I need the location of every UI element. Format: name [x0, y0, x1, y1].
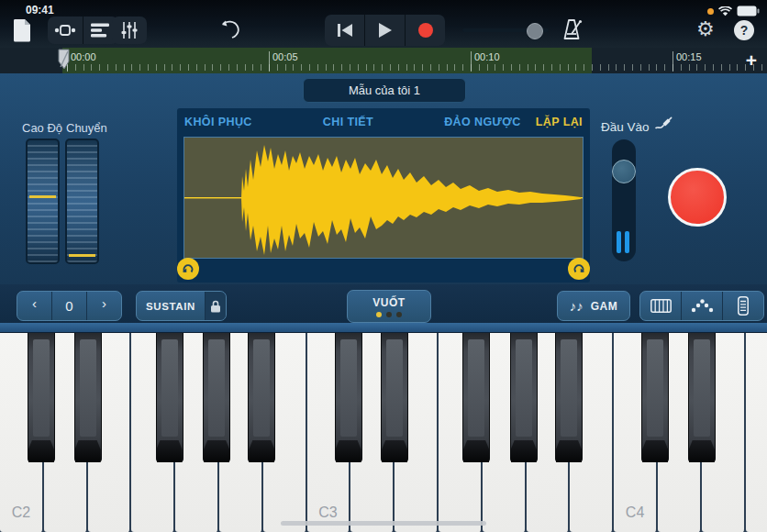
- master-volume-slider[interactable]: [462, 28, 549, 32]
- black-key-face: [208, 339, 225, 437]
- ruler-tick: [422, 64, 423, 71]
- ruler-tick: [729, 64, 730, 71]
- ruler-tick: [148, 64, 149, 71]
- pitch-wheel[interactable]: [26, 139, 60, 264]
- ruler-tick: [656, 64, 657, 71]
- lock-icon: [210, 300, 221, 313]
- ruler-time-label: 00:00: [71, 51, 96, 62]
- status-icons: [707, 6, 760, 17]
- undo-button[interactable]: [217, 20, 241, 40]
- timeline-ruler[interactable]: 00:0000:0500:1000:15 +: [0, 48, 767, 73]
- white-key[interactable]: [746, 333, 767, 532]
- black-key[interactable]: [335, 333, 362, 462]
- ruler-tick: [83, 64, 84, 71]
- ruler-tick: [575, 64, 576, 71]
- record-transport-button[interactable]: [406, 15, 445, 46]
- key-label: C3: [307, 504, 350, 521]
- garageband-sampler-screen: 09:41: [0, 0, 767, 532]
- keyboard-mode-button[interactable]: [640, 292, 681, 320]
- home-indicator[interactable]: [281, 521, 486, 526]
- piano-keyboard[interactable]: C2C3C4: [0, 333, 767, 532]
- octave-up-button[interactable]: ›: [87, 291, 121, 317]
- volume-slider-thumb[interactable]: [527, 23, 543, 39]
- ruler-tick: [479, 64, 480, 71]
- ruler-tick: [454, 64, 455, 71]
- input-level-knob[interactable]: [612, 160, 636, 183]
- ruler-tick: [237, 64, 238, 71]
- black-key[interactable]: [462, 333, 490, 462]
- scale-button[interactable]: ♪♪ GAM: [557, 291, 630, 321]
- add-section-button[interactable]: +: [739, 48, 763, 73]
- black-key[interactable]: [28, 333, 55, 462]
- ruler-tick: [721, 64, 722, 71]
- pitch-wheel-indicator: [29, 195, 56, 198]
- ruler-tick: [528, 64, 528, 71]
- ruler-tick: [99, 64, 100, 71]
- scale-strip-icon: [738, 296, 749, 316]
- mixer-button[interactable]: [112, 17, 147, 44]
- sample-record-button[interactable]: [668, 168, 727, 227]
- arpeggiator-button[interactable]: [682, 292, 722, 320]
- black-key[interactable]: [203, 333, 230, 462]
- tracks-view-icon: [91, 23, 111, 38]
- ruler-tick: [503, 64, 504, 71]
- black-key[interactable]: [381, 333, 408, 462]
- loop-start-handle[interactable]: [177, 258, 199, 280]
- metronome-button[interactable]: [561, 18, 584, 41]
- tab-lap-lai[interactable]: LẶP LẠI: [536, 116, 583, 128]
- sustain-control: SUSTAIN: [136, 291, 227, 321]
- black-key[interactable]: [641, 333, 669, 462]
- black-key-foot: [157, 440, 183, 462]
- mixer-icon: [121, 22, 138, 39]
- ruler-tick: [414, 64, 415, 71]
- instrument-view-button[interactable]: [48, 17, 83, 44]
- black-key-face: [468, 339, 484, 437]
- swipe-page-button[interactable]: VUỐT: [347, 290, 431, 323]
- rewind-button[interactable]: [325, 15, 364, 46]
- black-key-foot: [75, 440, 101, 462]
- play-button[interactable]: [365, 15, 405, 46]
- black-key[interactable]: [248, 333, 275, 462]
- play-icon: [378, 22, 393, 39]
- ruler-tick: [664, 64, 665, 71]
- black-key-foot: [556, 440, 582, 462]
- sustain-lock-button[interactable]: [206, 292, 226, 320]
- sustain-button[interactable]: SUSTAIN: [137, 292, 205, 320]
- transport-controls: [325, 15, 445, 46]
- audio-jack-icon: [653, 116, 673, 136]
- black-key[interactable]: [74, 333, 102, 462]
- ruler-major-tick: [673, 51, 673, 72]
- loop-end-handle[interactable]: [568, 258, 590, 280]
- transpose-wheel[interactable]: [65, 139, 99, 264]
- ruler-tick: [91, 64, 92, 71]
- swipe-label: VUỐT: [372, 296, 405, 309]
- ruler-tick: [164, 64, 165, 71]
- black-key[interactable]: [156, 333, 183, 462]
- tab-dao-nguoc[interactable]: ĐẢO NGƯỢC: [444, 116, 521, 128]
- ruler-tick: [326, 64, 327, 71]
- black-key[interactable]: [688, 333, 716, 462]
- black-key-face: [694, 339, 710, 437]
- sample-name-button[interactable]: Mẫu của tôi 1: [303, 78, 466, 103]
- ruler-tick: [245, 64, 246, 71]
- metronome-icon: [561, 18, 584, 41]
- black-key-foot: [463, 440, 489, 462]
- octave-down-button[interactable]: ‹: [17, 291, 51, 317]
- ruler-tick: [212, 64, 213, 71]
- input-level-slider[interactable]: [612, 139, 636, 261]
- playhead-marker[interactable]: [57, 49, 72, 71]
- help-button[interactable]: ?: [734, 20, 754, 40]
- scale-strip-button[interactable]: [723, 292, 763, 320]
- tab-khoi-phuc[interactable]: KHÔI PHỤC: [184, 116, 252, 128]
- black-key[interactable]: [510, 333, 538, 462]
- ruler-tick: [519, 64, 520, 71]
- tab-chi-tiet[interactable]: CHI TIẾT: [323, 116, 373, 128]
- scale-label: GAM: [591, 300, 618, 313]
- ruler-tick: [285, 64, 286, 71]
- keyboard-mode-selector: [639, 291, 764, 321]
- document-icon[interactable]: [13, 18, 32, 42]
- ruler-tick: [406, 64, 407, 71]
- settings-gear-icon[interactable]: ⚙: [696, 17, 715, 41]
- black-key[interactable]: [555, 333, 583, 462]
- waveform-display[interactable]: [183, 137, 584, 259]
